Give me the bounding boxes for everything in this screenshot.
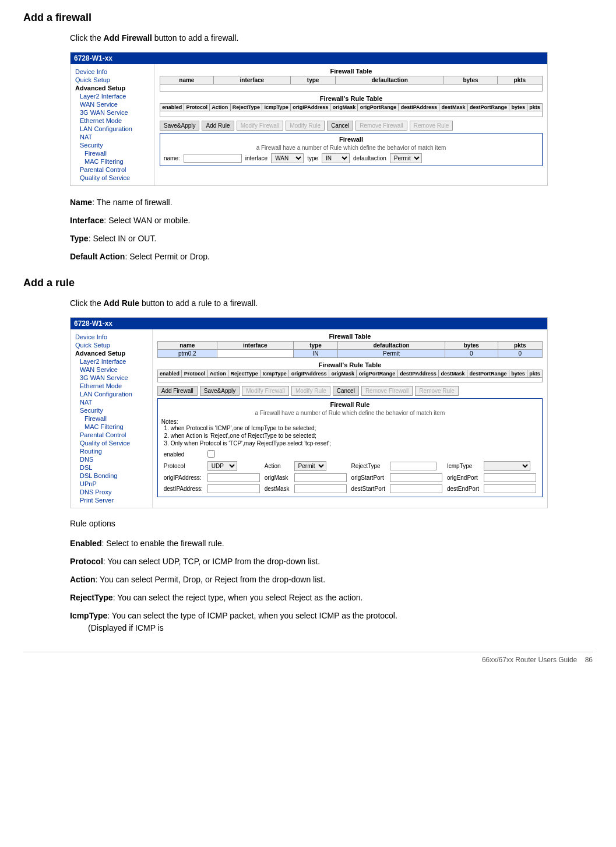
props-add-firewall: Name: The name of firewall. Interface: S… <box>70 196 593 263</box>
btn-cancel-1[interactable]: Cancel <box>327 121 353 131</box>
nav-advanced-setup-1[interactable]: Advanced Setup <box>73 84 152 92</box>
nav-lan-1[interactable]: LAN Configuration <box>73 125 152 133</box>
btn-removerule-1[interactable]: Remove Rule <box>410 121 453 131</box>
router-screenshot-2: 6728-W1-xx Device Info Quick Setup Advan… <box>70 317 548 508</box>
btn-modifyrule-2[interactable]: Modify Rule <box>291 386 330 396</box>
rf-protocol-select[interactable]: UDP TCP ICMP <box>207 461 237 471</box>
fw2-row-type: IN <box>293 350 337 358</box>
fw-th-defaultaction-1: defaultaction <box>336 76 444 85</box>
btn-removerule-2[interactable]: Remove Rule <box>415 386 459 396</box>
rt2-icmptype: IcmpType <box>261 370 289 378</box>
nav-security-2[interactable]: Security <box>73 406 150 414</box>
nav-parental-1[interactable]: Parental Control <box>73 166 152 174</box>
btn-saveapply-1[interactable]: Save&Apply <box>160 121 199 131</box>
btn-addfirewall-2[interactable]: Add Firewall <box>157 386 198 396</box>
nav-ethernet-1[interactable]: Ethernet Mode <box>73 117 152 125</box>
nav-layer2-1[interactable]: Layer2 Interface <box>73 92 152 100</box>
router-content-2: Firewall Table name interface type defau… <box>153 329 547 508</box>
fw2-th-pkts: pkts <box>498 342 542 350</box>
nav-dns-2[interactable]: DNS <box>73 455 150 463</box>
nav-3gwan-1[interactable]: 3G WAN Service <box>73 108 152 117</box>
fw-type-label-1: type <box>307 155 318 161</box>
nav-parental-2[interactable]: Parental Control <box>73 431 150 439</box>
prop-rule-icmptype: IcmpType: You can select the type of ICM… <box>70 610 593 634</box>
btn-cancel-2[interactable]: Cancel <box>333 386 359 396</box>
btn-removefirewall-1[interactable]: Remove Firewall <box>355 121 407 131</box>
btn-removefirewall-2[interactable]: Remove Firewall <box>361 386 413 396</box>
nav-macfiltering-2[interactable]: MAC Filtering <box>73 423 150 431</box>
fw-th-interface-1: interface <box>213 76 290 85</box>
nav-nat-2[interactable]: NAT <box>73 398 150 406</box>
rf-icmptype-select[interactable] <box>484 461 530 471</box>
router-screenshot-1: 6728-W1-xx Device Info Quick Setup Advan… <box>70 52 548 186</box>
fw-rule-desc-2: a Firewall have a number of Rule which d… <box>161 410 538 416</box>
fw2-row-bytes: 0 <box>445 350 498 358</box>
notes-list-2: when Protocol is 'ICMP',one of IcmpType … <box>171 425 538 447</box>
nav-wan-1[interactable]: WAN Service <box>73 100 152 108</box>
footer-text: 66xx/67xx Router Users Guide <box>482 656 577 664</box>
rf-rejecttype-input[interactable] <box>390 462 437 470</box>
rt-action-1: Action <box>210 104 230 111</box>
btn-modifyfirewall-1[interactable]: Modify Firewall <box>237 121 284 131</box>
nav-printserver-2[interactable]: Print Server <box>73 496 150 504</box>
btn-addrule-1[interactable]: Add Rule <box>202 121 234 131</box>
fw2-row-pkts: 0 <box>498 350 542 358</box>
btn-modifyfirewall-2[interactable]: Modify Firewall <box>242 386 289 396</box>
nav-quick-setup-2[interactable]: Quick Setup <box>73 341 150 349</box>
rule-table-1: enabled Protocol Action RejectType IcmpT… <box>160 103 543 117</box>
rf-origmask-input[interactable] <box>294 473 347 482</box>
nav-dnsproxy-2[interactable]: DNS Proxy <box>73 488 150 496</box>
nav-lan-2[interactable]: LAN Configuration <box>73 390 150 398</box>
nav-device-info-1[interactable]: Device Info <box>73 68 152 76</box>
fw-interface-select-1[interactable]: WAN mobile <box>271 153 304 163</box>
rf-deststart-input[interactable] <box>390 484 442 493</box>
rf-destmask-input[interactable] <box>294 484 347 493</box>
rt-destportrange-1: destPortRange <box>467 104 509 111</box>
fw-type-select-1[interactable]: IN OUT <box>322 153 350 163</box>
btn-modifyrule-1[interactable]: Modify Rule <box>286 121 325 131</box>
rf-origend-input[interactable] <box>484 473 536 482</box>
nav-nat-1[interactable]: NAT <box>73 133 152 141</box>
nav-layer2-2[interactable]: Layer2 Interface <box>73 357 150 365</box>
rt2-rejecttype: RejectType <box>228 370 261 378</box>
nav-3gwan-2[interactable]: 3G WAN Service <box>73 374 150 382</box>
fw-table-title-1: Firewall Table <box>160 68 543 75</box>
rf-origip-input[interactable] <box>207 473 260 482</box>
rf-origstart-input[interactable] <box>390 473 442 482</box>
nav-qos-1[interactable]: Quality of Service <box>73 174 152 182</box>
nav-security-1[interactable]: Security <box>73 141 152 149</box>
rf-destend-input[interactable] <box>484 484 536 493</box>
nav-macfiltering-1[interactable]: MAC Filtering <box>73 157 152 166</box>
fw-name-input-1[interactable] <box>184 154 242 163</box>
prop-rule-protocol: Protocol: You can select UDP, TCP, or IC… <box>70 556 593 568</box>
fw-defaultaction-label-1: defaultaction <box>353 155 386 161</box>
nav-upnp-2[interactable]: UPnP <box>73 480 150 488</box>
rt2-bytes: bytes <box>509 370 527 378</box>
rule-table-title-2: Firewall's Rule Table <box>157 361 543 368</box>
rt-destip-1: destIPAddress <box>399 104 439 111</box>
fw-table-section-1: Firewall Table name interface type defau… <box>160 68 543 92</box>
nav-dsl-2[interactable]: DSL <box>73 463 150 472</box>
rt2-destip: destIPAddress <box>397 370 438 378</box>
rf-action-label: Action <box>262 460 292 472</box>
rf-destip-input[interactable] <box>207 484 260 493</box>
rf-enabled-checkbox[interactable] <box>207 450 215 458</box>
rf-action-select[interactable]: Permit Drop Reject <box>294 461 326 471</box>
nav-qos-2[interactable]: Quality of Service <box>73 439 150 447</box>
nav-dslbonding-2[interactable]: DSL Bonding <box>73 472 150 480</box>
nav-advanced-setup-2[interactable]: Advanced Setup <box>73 349 150 357</box>
nav-firewall-2[interactable]: Firewall <box>73 414 150 423</box>
btn-row-1: Save&Apply Add Rule Modify Firewall Modi… <box>160 121 543 131</box>
nav-ethernet-2[interactable]: Ethernet Mode <box>73 382 150 390</box>
nav-routing-2[interactable]: Routing <box>73 447 150 455</box>
nav-device-info-2[interactable]: Device Info <box>73 333 150 341</box>
nav-firewall-1[interactable]: Firewall <box>73 149 152 157</box>
fw-label-1: Firewall <box>164 136 538 143</box>
nav-wan-2[interactable]: WAN Service <box>73 365 150 374</box>
btn-saveapply-2[interactable]: Save&Apply <box>200 386 240 396</box>
fw-defaultaction-select-1[interactable]: Permit Drop <box>390 153 422 163</box>
prop-interface: Interface: Select WAN or mobile. <box>70 215 593 227</box>
rt-origip-1: origIPAddress <box>291 104 330 111</box>
fw2-th-name: name <box>157 342 217 350</box>
nav-quick-setup-1[interactable]: Quick Setup <box>73 76 152 84</box>
